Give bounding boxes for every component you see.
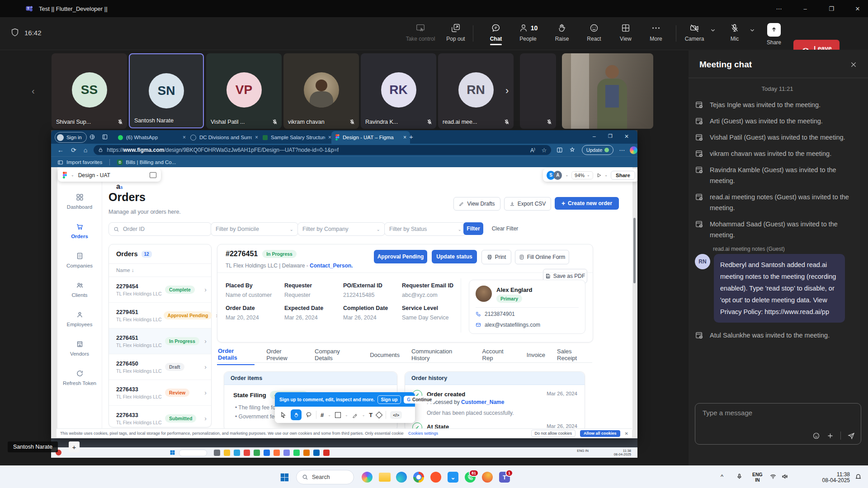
export-csv-button[interactable]: Export CSV — [504, 197, 551, 211]
tab-sales-receipt[interactable]: Sales Receipt — [557, 348, 592, 361]
language-indicator[interactable]: ENGIN — [752, 472, 763, 483]
tab-documents[interactable]: Documents — [370, 352, 400, 358]
bookmark-bills[interactable]: Bills | Billing and Co... — [126, 160, 176, 165]
window-close-button[interactable]: ✕ — [847, 0, 868, 17]
customer-name-link[interactable]: Customer_Name — [461, 399, 504, 405]
shared-search-pill[interactable] — [179, 450, 207, 456]
tab-account-rep[interactable]: Account Rep — [482, 348, 515, 361]
create-new-order-button[interactable]: + Create new order — [555, 197, 619, 210]
shared-start-icon[interactable] — [170, 450, 175, 455]
notification-bell-icon[interactable] — [855, 473, 862, 480]
sidebar-item-orders[interactable]: Orders — [57, 223, 102, 239]
chat-button[interactable]: Chat — [480, 23, 512, 45]
filter-status-dropdown[interactable]: Filter by Status⌄ — [384, 222, 467, 236]
copilot-icon[interactable] — [362, 472, 373, 483]
sender-avatar[interactable]: RN — [695, 254, 710, 269]
participant-tile-video[interactable] — [562, 53, 653, 129]
text-tool-icon[interactable]: T — [369, 412, 373, 418]
update-status-button[interactable]: Update status — [432, 250, 477, 263]
taskbar-search[interactable]: Search — [296, 470, 354, 484]
refresh-icon[interactable]: ⟳ — [71, 146, 76, 154]
cookie-close-icon[interactable]: ✕ — [625, 431, 628, 436]
tray-expand-chevron[interactable]: ^ — [721, 473, 723, 480]
bookmark-import-favorites[interactable]: Import favorites — [66, 160, 102, 165]
brave-icon[interactable] — [430, 472, 441, 483]
view-button[interactable]: View — [609, 23, 642, 42]
presenter-pin-button[interactable]: + — [69, 441, 80, 452]
camera-options-chevron[interactable] — [710, 27, 716, 33]
mic-button[interactable]: Mic — [724, 23, 745, 42]
participant-tile[interactable]: RK Ravindra K... — [361, 53, 436, 129]
shared-lang-indicator[interactable]: ENG IN — [577, 449, 589, 453]
shared-app-icon[interactable] — [214, 450, 220, 456]
back-icon[interactable]: ← — [57, 146, 64, 154]
tab-order-preview[interactable]: Order Preview — [266, 348, 303, 361]
more-button[interactable]: More — [640, 23, 672, 42]
share-button[interactable]: Share — [761, 23, 787, 46]
shared-app-icon[interactable] — [224, 450, 230, 456]
shared-app-icon[interactable] — [293, 450, 300, 456]
dev-mode-icon[interactable]: </> — [390, 411, 402, 419]
window-minimize-button[interactable]: – — [795, 0, 816, 17]
sidebar-item-vendors[interactable]: Vendors — [57, 340, 102, 357]
figma-doc-title[interactable]: Design - UAT — [78, 172, 110, 178]
browser-tab-figma-active[interactable]: Design - UAT – Figma × — [331, 131, 410, 144]
workspaces-icon[interactable] — [89, 134, 95, 140]
window-more-button[interactable]: ⋯ — [769, 0, 789, 17]
browser-tab-salary-sheet[interactable]: Sample Salary Structure with calc × — [259, 132, 335, 143]
allow-cookies-button[interactable]: Allow all cookies — [580, 430, 620, 437]
pop-out-button[interactable]: Pop out — [439, 23, 472, 42]
shared-app-icon[interactable] — [254, 450, 260, 456]
sidebar-item-dashboard[interactable]: Dashboard — [57, 193, 102, 210]
tab-communication-history[interactable]: Communication History — [411, 348, 471, 361]
browser-menu-icon[interactable]: ⋯ — [619, 147, 625, 154]
tab-order-details[interactable]: Order Details — [217, 344, 255, 365]
tab-actions-icon[interactable] — [102, 134, 108, 140]
order-row[interactable]: 2279451TL Flex Holdings LLCApproval Pend… — [109, 303, 211, 328]
browser-tab-dc-divisions[interactable]: DC Divisions and Surroundings × — [187, 132, 262, 143]
raise-hand-button[interactable]: Raise — [546, 23, 578, 42]
file-explorer-icon[interactable] — [379, 473, 391, 482]
collaborator-avatar[interactable]: A — [553, 171, 562, 180]
take-control-button[interactable]: Take control — [404, 23, 437, 42]
browser-close-button[interactable]: ✕ — [624, 133, 629, 140]
tab-company-details[interactable]: Company Details — [315, 348, 358, 361]
filter-company-dropdown[interactable]: Filter by Company⌄ — [297, 222, 385, 236]
pen-tool-icon[interactable] — [352, 412, 358, 418]
whatsapp-icon[interactable]: 81 — [465, 472, 476, 483]
emoji-icon[interactable] — [812, 432, 820, 440]
order-row[interactable]: 2276450TL Flex Holdings LLCDraft› — [109, 354, 211, 380]
participant-tile-speaking[interactable]: SN Santosh Narate — [129, 53, 204, 128]
read-aloud-icon[interactable]: A) — [530, 147, 535, 154]
filter-domicile-dropdown[interactable]: Filter by Domicile⌄ — [211, 222, 298, 236]
start-button[interactable] — [279, 472, 289, 482]
browser-signin-button[interactable]: Sign in — [55, 132, 87, 143]
browser-tab-whatsapp[interactable]: (6) WhatsApp × — [114, 132, 189, 143]
new-tab-button[interactable]: + — [409, 133, 413, 141]
tab-invoice[interactable]: Invoice — [527, 352, 545, 358]
chrome-icon[interactable] — [413, 472, 424, 483]
print-button[interactable]: Print — [481, 250, 511, 264]
camera-button[interactable]: Camera — [682, 23, 707, 42]
view-drafts-button[interactable]: View Drafts — [453, 197, 500, 211]
close-icon[interactable] — [850, 61, 857, 68]
chat-input[interactable]: Type a message — [695, 403, 861, 445]
chevron-down-icon[interactable]: ⌄ — [345, 413, 348, 417]
shared-app-icon[interactable] — [323, 450, 330, 456]
order-row[interactable]: 2276433TL Flex Holdings LLCSubmitted› — [109, 406, 211, 432]
filmstrip-scroll-left-button[interactable]: ‹ — [32, 86, 35, 96]
approval-pending-button[interactable]: Approval Pending — [374, 250, 427, 263]
shared-app-icon[interactable] — [264, 450, 270, 456]
browser-minimize-button[interactable]: – — [593, 133, 596, 140]
zoom-level-control[interactable]: 94%⌄ — [571, 171, 593, 179]
attach-plus-icon[interactable] — [826, 432, 834, 440]
signup-button[interactable]: Sign up — [377, 395, 401, 404]
sidebar-item-clients[interactable]: Clients — [57, 282, 102, 298]
chevron-down-icon[interactable]: ⌄ — [71, 173, 74, 177]
shared-app-icon[interactable] — [283, 450, 290, 456]
shared-app-icon[interactable] — [274, 450, 280, 456]
sidebar-item-companies[interactable]: Companies — [57, 252, 102, 268]
browser-update-button[interactable]: Update — [582, 145, 613, 155]
lasso-tool-icon[interactable] — [306, 412, 312, 418]
chevron-down-icon[interactable]: ⌄ — [565, 173, 568, 177]
